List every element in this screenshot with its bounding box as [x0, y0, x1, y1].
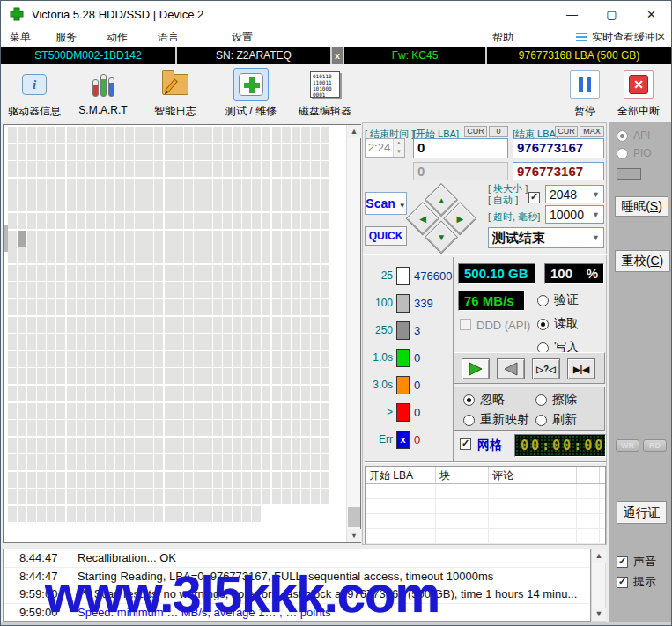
- mode-verify[interactable]: 验证: [537, 292, 579, 308]
- defect-table-header[interactable]: [577, 467, 600, 483]
- seek-test-button[interactable]: ▷?◁: [532, 358, 560, 379]
- block-size-select[interactable]: 2048▼: [545, 185, 604, 203]
- pause-button[interactable]: 暂停: [561, 68, 609, 119]
- timeout-select[interactable]: 10000▼: [545, 205, 604, 224]
- end-action-select[interactable]: 测试结束▼: [488, 227, 604, 248]
- spin-down-icon[interactable]: ▼: [394, 148, 404, 157]
- end-cur-button[interactable]: CUR: [555, 126, 578, 137]
- ddd-checkbox[interactable]: [460, 319, 471, 330]
- menu-menu[interactable]: 菜单: [8, 27, 33, 47]
- block-cell: [135, 179, 144, 195]
- close-button[interactable]: ✕: [631, 1, 671, 27]
- play-button[interactable]: [462, 358, 490, 379]
- block-cell: [272, 489, 281, 504]
- back-button[interactable]: [497, 358, 525, 379]
- block-cell: [18, 506, 26, 522]
- end-lba-input[interactable]: 976773167: [513, 138, 604, 158]
- scroll-up-icon[interactable]: ▲: [347, 125, 361, 138]
- minimize-button[interactable]: —: [552, 1, 592, 27]
- block-cell: [233, 265, 241, 281]
- scroll-down-icon[interactable]: ▼: [347, 529, 361, 542]
- rd-button[interactable]: RD: [643, 439, 667, 452]
- ignore-radio: [463, 394, 475, 406]
- quick-button[interactable]: QUICK: [365, 226, 407, 246]
- serial-close-icon[interactable]: x: [332, 47, 344, 64]
- scan-button[interactable]: Scan ▼: [365, 192, 407, 215]
- block-cell: [233, 161, 241, 177]
- block-cell: [47, 489, 55, 504]
- toolbar-button-disk-editor[interactable]: 0101101100111010000001磁盘编辑器: [296, 68, 354, 119]
- block-cell: [56, 386, 65, 401]
- spin-up-icon[interactable]: ▲: [394, 139, 404, 148]
- log-scroll-up-icon[interactable]: ▲: [592, 549, 606, 563]
- block-cell: [282, 403, 291, 419]
- start-zero-button[interactable]: 0: [489, 126, 508, 137]
- menu-service[interactable]: 服务: [54, 27, 78, 47]
- scroll-thumb[interactable]: [348, 507, 360, 527]
- wr-button[interactable]: WR: [616, 439, 639, 452]
- defect-table-header[interactable]: 开始 LBA: [366, 467, 436, 483]
- block-cell: [144, 213, 153, 229]
- right-arrow-icon: ▶: [456, 214, 463, 224]
- block-cell: [125, 161, 134, 177]
- block-cell: [252, 317, 261, 333]
- menu-help[interactable]: 帮助: [491, 27, 515, 47]
- defect-table-header[interactable]: 块: [436, 467, 489, 483]
- toolbar-button-smart[interactable]: S.M.A.R.T: [75, 68, 131, 116]
- legend-count: 0: [414, 433, 420, 446]
- block-cell: [56, 127, 65, 143]
- sound-option[interactable]: 声音: [617, 554, 656, 570]
- recalibrate-button[interactable]: 重校(C): [615, 250, 670, 272]
- toolbar-button-drive-info[interactable]: i驱动器信息: [7, 68, 62, 119]
- block-cell: [135, 144, 144, 160]
- hint-option[interactable]: 提示: [617, 574, 656, 590]
- block-cell: [106, 368, 114, 384]
- action-refresh[interactable]: 刷新: [535, 412, 577, 428]
- menu-settings[interactable]: 设置: [230, 27, 255, 47]
- menu-language[interactable]: 语言: [156, 27, 181, 47]
- maximize-button[interactable]: ▢: [592, 1, 631, 27]
- action-ignore[interactable]: 忽略: [463, 392, 505, 408]
- menu-action[interactable]: 动作: [105, 27, 129, 47]
- auto-checkbox[interactable]: [528, 192, 540, 203]
- passport-button[interactable]: 通行证: [617, 501, 667, 524]
- block-cell: [8, 179, 17, 195]
- sleep-button[interactable]: 睡眠(S): [615, 196, 668, 217]
- block-cell: [301, 282, 310, 298]
- end-max-button[interactable]: MAX: [580, 126, 604, 137]
- defect-table-header[interactable]: 评论: [489, 467, 577, 483]
- abort-all-button[interactable]: ✕ 全部中断: [610, 68, 667, 119]
- log-scrollbar[interactable]: ▲ ▼: [591, 549, 606, 622]
- block-cell: [165, 265, 174, 281]
- legend-row-100: 100339: [365, 293, 453, 313]
- start-lba-input[interactable]: 0: [413, 138, 508, 158]
- toolbar-button-test-repair[interactable]: 测试 / 维修: [218, 68, 284, 119]
- block-cell: [37, 144, 46, 160]
- block-cell: [233, 231, 241, 247]
- block-cell: [47, 299, 55, 315]
- block-cell: [282, 161, 291, 177]
- mode-read[interactable]: 读取: [537, 316, 579, 332]
- log-scroll-down-icon[interactable]: ▼: [592, 608, 606, 621]
- block-cell: [262, 179, 270, 195]
- block-cell: [47, 144, 55, 160]
- block-map-scrollbar[interactable]: ▲ ▼: [346, 125, 360, 542]
- block-cell: [106, 195, 114, 211]
- api-option[interactable]: API: [617, 129, 650, 142]
- block-cell: [27, 195, 36, 211]
- end-time-spinner[interactable]: 2:24 ▲▼: [365, 138, 405, 158]
- live-buffer-toggle[interactable]: 实时查看缓冲区: [576, 27, 666, 47]
- action-remap[interactable]: 重新映射: [463, 412, 529, 428]
- block-cell: [252, 489, 261, 504]
- toolbar-button-smart-log[interactable]: 智能日志: [147, 68, 203, 119]
- block-row: [8, 489, 330, 504]
- block-cell: [37, 179, 46, 195]
- block-cell: [174, 317, 183, 333]
- defect-table-cell: [366, 529, 436, 543]
- action-erase[interactable]: 擦除: [535, 392, 577, 408]
- start-cur-button[interactable]: CUR: [464, 126, 487, 137]
- butterfly-button[interactable]: ▶|◀: [567, 358, 595, 379]
- grid-checkbox[interactable]: [460, 438, 471, 450]
- drive-model[interactable]: ST500DM002-1BD142: [1, 47, 177, 64]
- pio-option[interactable]: PIO: [617, 147, 652, 159]
